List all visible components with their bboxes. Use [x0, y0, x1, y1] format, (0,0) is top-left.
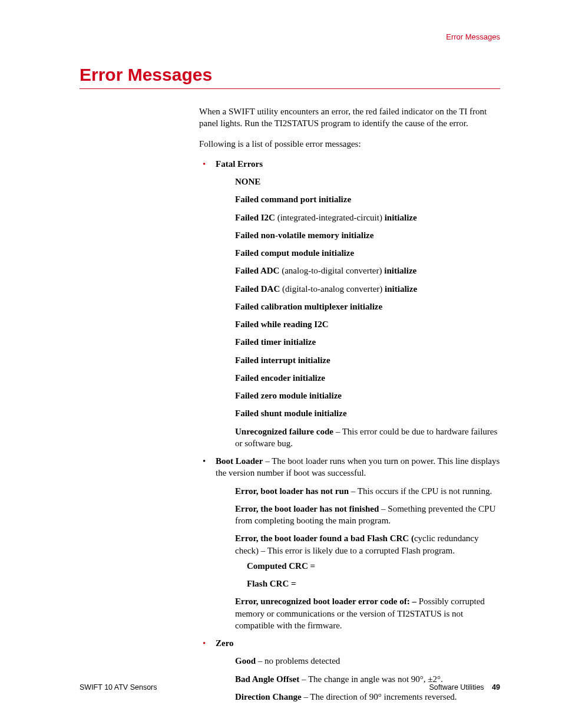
header-right: Error Messages: [80, 32, 500, 41]
footer-right: Software Utilities 49: [429, 683, 500, 691]
boot-computed-crc: Computed CRC =: [247, 561, 315, 571]
fatal-cmdport: Failed command port initialize: [235, 195, 351, 204]
fatal-dac-b2: initialize: [385, 284, 417, 294]
section-boot-loader: Boot Loader – The boot loader runs when …: [199, 455, 500, 631]
fatal-dac-paren: (digital-to-analog converter): [282, 284, 385, 294]
boot-heading: Boot Loader: [216, 456, 263, 466]
footer-left: SWIFT 10 ATV Sensors: [80, 683, 157, 691]
zero-heading: Zero: [216, 638, 234, 648]
footer-page-number: 49: [492, 683, 500, 691]
fatal-adc-b2: initialize: [384, 266, 416, 275]
fatal-encoder: Failed encoder initialize: [235, 373, 325, 383]
fatal-comput: Failed comput module initialize: [235, 248, 354, 258]
boot-unrec-b: Error, unrecognized boot loader error co…: [235, 597, 419, 606]
fatal-calib: Failed calibration multiplexer initializ…: [235, 302, 382, 311]
fatal-readi2c: Failed while reading I2C: [235, 319, 328, 329]
section-fatal-errors: Fatal Errors NONE Failed command port in…: [199, 158, 500, 449]
fatal-i2c-b1: Failed I2C: [235, 213, 277, 222]
boot-badcrc-b: Error, the boot loader found a bad Flash…: [235, 533, 414, 543]
zero-bao-t: – The change in angle was not 90°, ±2°.: [299, 674, 443, 684]
fatal-adc-b1: Failed ADC: [235, 266, 282, 275]
body: When a SWIFT utility encounters an error…: [199, 106, 500, 703]
fatal-heading: Fatal Errors: [216, 159, 263, 169]
footer-section-label: Software Utilities: [429, 683, 484, 691]
zero-good-b: Good: [235, 656, 256, 666]
fatal-shunt: Failed shunt module initialize: [235, 409, 347, 418]
zero-bao-b: Bad Angle Offset: [235, 674, 299, 684]
boot-notrun-t: – This occurs if the CPU is not running.: [349, 486, 492, 496]
footer: SWIFT 10 ATV Sensors Software Utilities …: [80, 683, 500, 691]
zero-dir-t: – The direction of 90° increments revers…: [302, 692, 457, 701]
zero-good-t: – no problems detected: [256, 656, 340, 666]
boot-flash-crc: Flash CRC =: [247, 579, 296, 588]
page-title: Error Messages: [80, 65, 500, 89]
section-zero: Zero Good – no problems detected Bad Ang…: [199, 637, 500, 703]
fatal-nvm: Failed non-volatile memory initialize: [235, 230, 373, 240]
boot-notrun-b: Error, boot loader has not run: [235, 486, 349, 496]
fatal-i2c-b2: initialize: [385, 213, 417, 222]
fatal-unrec-b: Unrecognized failure code: [235, 427, 333, 436]
boot-notfin-b: Error, the boot loader has not finished: [235, 504, 379, 513]
intro-para-1: When a SWIFT utility encounters an error…: [199, 106, 500, 130]
fatal-i2c-paren: (integrated-integrated-circuit): [277, 213, 385, 222]
intro-para-2: Following is a list of possible error me…: [199, 138, 500, 150]
zero-dir-b: Direction Change: [235, 692, 302, 701]
fatal-adc-paren: (analog-to-digital converter): [282, 266, 384, 275]
fatal-dac-b1: Failed DAC: [235, 284, 282, 294]
fatal-timer: Failed timer initialize: [235, 337, 316, 347]
fatal-none: NONE: [235, 177, 260, 186]
fatal-interrupt: Failed interrupt initialize: [235, 355, 330, 365]
fatal-zero: Failed zero module initialize: [235, 391, 342, 400]
